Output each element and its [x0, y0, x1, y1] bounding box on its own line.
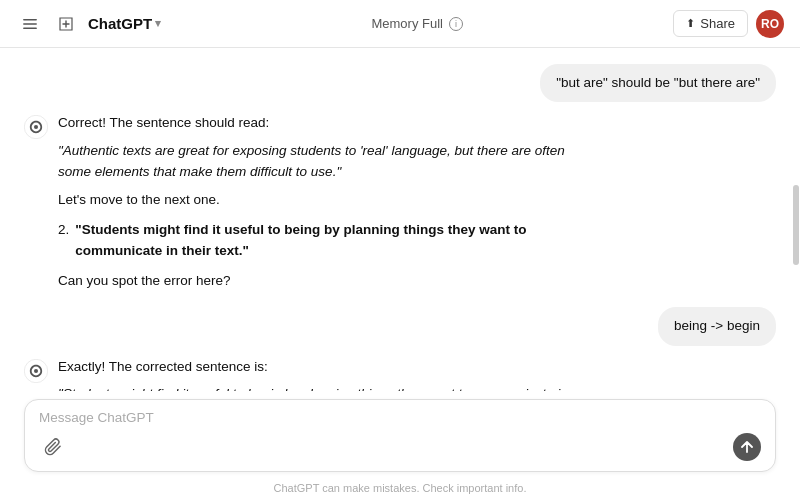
brand-name[interactable]: ChatGPT ▾ [88, 15, 161, 32]
chat-area: "but are" should be "but there are" Corr… [0, 48, 800, 391]
input-box: Message ChatGPT [24, 399, 776, 472]
footer-note: ChatGPT can make mistakes. Check importa… [0, 478, 800, 500]
numbered-item: 2. "Students might find it useful to bei… [58, 219, 578, 262]
share-button[interactable]: ⬆ Share [673, 10, 748, 37]
message-row: Correct! The sentence should read: "Auth… [0, 108, 800, 301]
message-row: "but are" should be "but there are" [0, 60, 800, 106]
assistant-icon [24, 359, 48, 383]
header: ChatGPT ▾ Memory Full i ⬆ Share RO [0, 0, 800, 48]
message-input[interactable]: Message ChatGPT [39, 410, 761, 425]
input-area: Message ChatGPT [0, 391, 800, 478]
svg-point-4 [34, 125, 38, 129]
message-row: being -> begin [0, 303, 800, 349]
message-row: Exactly! The corrected sentence is: "Stu… [0, 352, 800, 391]
scrollbar-thumb[interactable] [793, 185, 799, 265]
scrollbar-track [792, 48, 800, 391]
header-right: ⬆ Share RO [673, 10, 784, 38]
assistant-para: Let's move to the next one. [58, 189, 578, 211]
memory-full-label: Memory Full [371, 16, 443, 31]
user-message-bubble: "but are" should be "but there are" [540, 64, 776, 102]
input-actions [39, 433, 761, 461]
svg-point-6 [34, 369, 38, 373]
share-icon: ⬆ [686, 17, 695, 30]
assistant-content: Correct! The sentence should read: "Auth… [58, 112, 578, 297]
svg-rect-2 [23, 27, 37, 29]
user-message-text: "but are" should be "but there are" [556, 75, 760, 90]
svg-rect-0 [23, 19, 37, 21]
assistant-para: "Students might find it useful to begin … [58, 383, 578, 391]
new-chat-button[interactable] [52, 10, 80, 38]
assistant-para: Exactly! The corrected sentence is: [58, 356, 578, 378]
assistant-icon [24, 115, 48, 139]
sidebar-toggle-button[interactable] [16, 10, 44, 38]
send-button[interactable] [733, 433, 761, 461]
assistant-question: Can you spot the error here? [58, 270, 578, 292]
attach-button[interactable] [39, 433, 67, 461]
memory-info-icon[interactable]: i [449, 17, 463, 31]
assistant-content: Exactly! The corrected sentence is: "Stu… [58, 356, 578, 391]
user-message-bubble: being -> begin [658, 307, 776, 345]
user-message-text: being -> begin [674, 318, 760, 333]
svg-rect-1 [23, 23, 37, 25]
avatar: RO [756, 10, 784, 38]
header-center: Memory Full i [371, 16, 463, 31]
header-left: ChatGPT ▾ [16, 10, 161, 38]
assistant-para: Correct! The sentence should read: [58, 112, 578, 134]
assistant-para: "Authentic texts are great for exposing … [58, 140, 578, 183]
